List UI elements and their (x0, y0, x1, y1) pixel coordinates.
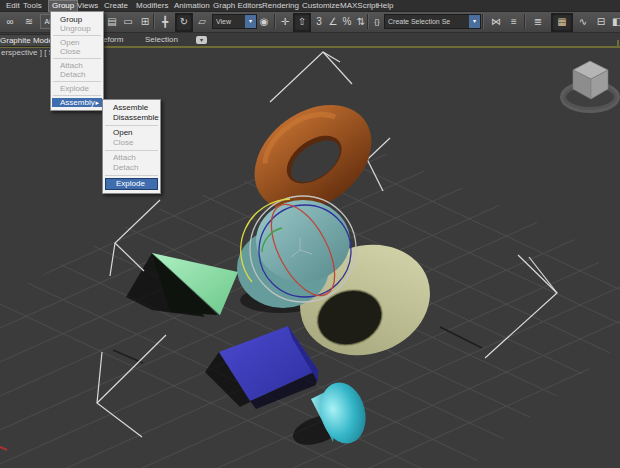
menu-item-open: Open (51, 38, 103, 47)
named-selection-set-field[interactable]: Create Selection Se ▾ (384, 14, 481, 29)
select-by-name-icon[interactable]: ▤ (104, 13, 120, 30)
menu-rendering[interactable]: Rendering (259, 0, 302, 11)
ribbon-collapse-button[interactable]: ▾ (196, 36, 207, 44)
curve-editor-icon[interactable]: ∿ (575, 13, 591, 30)
menu-item-explode: Explode (51, 84, 103, 93)
submenu-item-attach: Attach (103, 153, 160, 163)
3dsmax-window: erspective ] [ Smo Edit Tools Group View… (0, 0, 620, 468)
layer-manager-icon[interactable]: ≣ (530, 13, 546, 30)
coord-system-value: View (216, 18, 231, 25)
material-editor-icon[interactable]: ◧ (612, 13, 620, 30)
toolbar-separator (524, 14, 526, 29)
graphite-ribbon-toggle-icon[interactable]: ▦ (551, 13, 573, 32)
menu-item-attach: Attach (51, 61, 103, 70)
toolbar-separator (274, 14, 276, 29)
reference-coordinate-dropdown[interactable]: View ▾ (212, 14, 257, 29)
mirror-icon[interactable]: ⋈ (488, 13, 504, 30)
toolbar-separator (482, 14, 484, 29)
select-and-scale-icon[interactable]: ▱ (194, 13, 210, 30)
submenu-arrow-icon: ▸ (95, 98, 99, 107)
menu-item-assembly[interactable]: Assembly ▸ (52, 98, 102, 107)
select-and-rotate-icon[interactable]: ↻ (175, 13, 193, 32)
selection-set-placeholder: Create Selection Se (388, 18, 450, 25)
named-selection-sets-icon[interactable]: {} (369, 13, 385, 30)
menu-separator (105, 175, 158, 176)
menu-item-label: Assembly (60, 98, 95, 107)
keyboard-override-icon[interactable]: ⇧ (293, 13, 311, 32)
group-dropdown-menu: Group Ungroup Open Close Attach Detach E… (50, 11, 104, 111)
dropdown-arrow-icon[interactable]: ▾ (469, 15, 480, 28)
menu-tools[interactable]: Tools (20, 0, 45, 11)
window-crossing-icon[interactable]: ⊞ (137, 13, 153, 30)
menu-separator (53, 95, 101, 96)
use-pivot-center-icon[interactable]: ◉ (256, 13, 272, 30)
menu-help[interactable]: Help (374, 0, 396, 11)
menu-create[interactable]: Create (101, 0, 131, 11)
tab-selection[interactable]: Selection (142, 34, 181, 45)
menu-separator (105, 125, 158, 126)
menu-item-ungroup: Ungroup (51, 24, 103, 33)
menu-item-detach: Detach (51, 70, 103, 79)
menu-separator (53, 58, 101, 59)
submenu-item-explode[interactable]: Explode (105, 178, 158, 190)
dropdown-arrow-icon[interactable]: ▾ (245, 15, 256, 28)
menu-separator (105, 150, 158, 151)
submenu-item-disassemble[interactable]: Disassemble (103, 113, 160, 123)
align-icon[interactable]: ≡ (506, 13, 522, 30)
rectangular-selection-region-icon[interactable]: ▭ (120, 13, 136, 30)
menu-modifiers[interactable]: Modifiers (133, 0, 171, 11)
select-and-manipulate-icon[interactable]: ✛ (277, 13, 293, 30)
toolbar-separator (153, 14, 155, 29)
submenu-item-open[interactable]: Open (103, 128, 160, 138)
menu-views[interactable]: Views (74, 0, 101, 11)
submenu-item-detach: Detach (103, 163, 160, 173)
menu-animation[interactable]: Animation (171, 0, 213, 11)
viewport-label[interactable]: erspective ] [ Smo (1, 48, 51, 57)
select-and-link-icon[interactable]: ∞ (2, 13, 18, 30)
ribbon-end-tick (617, 40, 619, 46)
submenu-item-close: Close (103, 138, 160, 148)
select-and-move-icon[interactable]: ╋ (157, 13, 173, 30)
menu-separator (53, 81, 101, 82)
menu-separator (53, 35, 101, 36)
menu-item-close: Close (51, 47, 103, 56)
unlink-selection-icon[interactable]: ≋ (21, 13, 37, 30)
menu-graph-editors[interactable]: Graph Editors (210, 0, 265, 11)
menu-item-group[interactable]: Group (51, 15, 103, 24)
schematic-view-icon[interactable]: ⊟ (593, 13, 609, 30)
submenu-item-assemble[interactable]: Assemble (103, 103, 160, 113)
assembly-submenu: Assemble Disassemble Open Close Attach D… (102, 99, 161, 194)
